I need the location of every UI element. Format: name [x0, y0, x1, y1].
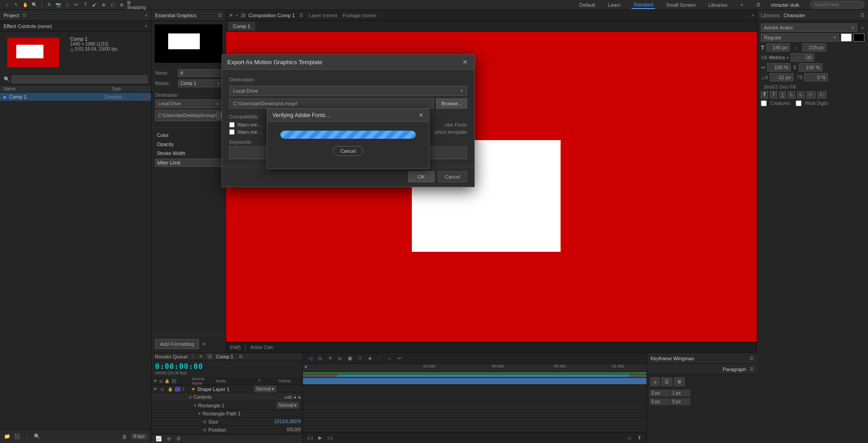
- delete-item-icon[interactable]: 🗑: [121, 433, 128, 440]
- char-italic-btn[interactable]: T: [770, 91, 777, 99]
- timeline-rect1-row[interactable]: ▾ Rectangle 1 Normal ▾: [151, 401, 302, 410]
- tl-toolbar-icon2[interactable]: ◎: [316, 355, 324, 362]
- prop-stroke-width[interactable]: Stroke Width: [155, 150, 222, 157]
- char-tracking-input[interactable]: [791, 53, 814, 61]
- char-bold-btn[interactable]: T: [761, 91, 768, 99]
- zoom-icon[interactable]: 🔍: [31, 1, 38, 9]
- timeline-graph-icon[interactable]: 📈: [155, 435, 162, 443]
- align-center-btn[interactable]: ☰: [661, 377, 672, 386]
- workspace-default[interactable]: Default: [578, 1, 597, 9]
- prop-color[interactable]: Color: [155, 132, 222, 139]
- char-swatch-black[interactable]: [854, 33, 864, 42]
- transport-play-icon[interactable]: ▶: [316, 434, 324, 442]
- cursor-icon[interactable]: ↖: [13, 1, 20, 9]
- tl-toolbar-icon5[interactable]: ▣: [346, 355, 354, 362]
- char-sub-btn[interactable]: T↓: [817, 91, 826, 99]
- export-warn1-checkbox[interactable]: [229, 122, 235, 127]
- hand-icon[interactable]: ✋: [22, 1, 29, 9]
- timeline-comp-tab[interactable]: Comp 1: [216, 354, 234, 359]
- add-formatting-button[interactable]: Add Formatting: [155, 339, 199, 349]
- char-under-btn[interactable]: T: [779, 91, 786, 99]
- export-warn2-checkbox[interactable]: [229, 129, 235, 135]
- char-sup-btn[interactable]: T↑: [807, 91, 816, 99]
- comp-tab-comp1[interactable]: Comp 1: [228, 22, 255, 31]
- transport-forward-icon[interactable]: ▷|: [326, 434, 334, 442]
- workspace-menu-icon[interactable]: ☰: [755, 1, 762, 9]
- char-font-name[interactable]: Adobe Arabic ▾: [761, 24, 857, 32]
- libraries-tab[interactable]: Libraries: [761, 13, 780, 18]
- camera-icon[interactable]: 📷: [55, 1, 62, 9]
- layer1-solo-icon[interactable]: ◎: [160, 387, 166, 391]
- timeline-position-row[interactable]: ⊙ Position 0/0,0/0: [151, 426, 302, 434]
- puppet-icon[interactable]: ⊛: [118, 1, 125, 9]
- tl-toolbar-icon8[interactable]: ⋰: [376, 355, 383, 362]
- new-comp-icon[interactable]: ⬛: [14, 433, 21, 440]
- project-panel-expand-icon[interactable]: »: [145, 13, 147, 18]
- char-tracking-pct-input[interactable]: [804, 73, 828, 81]
- brush-icon[interactable]: 🖌: [91, 1, 98, 9]
- text-icon[interactable]: T: [82, 1, 89, 9]
- export-modal-close-icon[interactable]: ✕: [462, 58, 469, 66]
- space-before[interactable]: [650, 398, 670, 405]
- timeline-motion-icon[interactable]: ⊕: [165, 435, 172, 443]
- stamp-icon[interactable]: ⊕: [100, 1, 107, 9]
- search-project-icon[interactable]: 🔍: [33, 433, 41, 440]
- project-item-comp1[interactable]: ▶ Comp 1 Composi… ⬛: [0, 93, 151, 101]
- workspace-smallscreen[interactable]: Small Screen: [664, 1, 697, 9]
- export-browse-button[interactable]: Browse...: [436, 99, 467, 108]
- timeline-contents-row[interactable]: ▾ Contents Add: ● ●: [151, 393, 302, 401]
- workspace-standard[interactable]: Standard: [632, 1, 656, 9]
- track-layer1-fill[interactable]: [303, 378, 646, 384]
- char-faux-bold-btn[interactable]: fₓ: [788, 91, 796, 99]
- snapping-icon[interactable]: ⊞ Snapping: [133, 1, 140, 9]
- eg-dest-dropdown[interactable]: Local Drive ▾: [155, 99, 222, 108]
- char-scale-v-input[interactable]: [799, 63, 822, 71]
- size-value[interactable]: 1012/0,382/9: [274, 419, 301, 424]
- layer1-lock-icon[interactable]: 🔒: [168, 387, 173, 391]
- eg-master-value[interactable]: Comp 1 ▾: [178, 80, 222, 87]
- char-scale-h-input[interactable]: [767, 63, 791, 71]
- comp-tab-name[interactable]: Composition Comp 1: [249, 13, 295, 18]
- layer1-mode-dropdown[interactable]: Normal ▾: [254, 386, 276, 392]
- char-font-check-icon[interactable]: ✓: [861, 25, 864, 30]
- char-baseline-input[interactable]: [770, 73, 793, 81]
- add-dot-icon[interactable]: ●: [298, 395, 301, 400]
- project-search-input[interactable]: [12, 75, 147, 83]
- transport-marker-icon[interactable]: ◇: [626, 434, 633, 442]
- workspace-libraries[interactable]: Libraries: [707, 1, 729, 9]
- tl-toolbar-icon7[interactable]: ◈: [366, 355, 373, 362]
- tl-toolbar-icon10[interactable]: ↩: [396, 355, 403, 362]
- rotate-icon[interactable]: ↻: [46, 1, 53, 9]
- help-search-input[interactable]: [810, 1, 864, 9]
- char-line-height-input[interactable]: [802, 43, 826, 52]
- shape-icon[interactable]: □: [64, 1, 71, 9]
- timeline-settings-icon[interactable]: ⚙: [175, 435, 182, 443]
- add-formatting-close-icon[interactable]: ✕: [202, 341, 206, 347]
- prop-opacity[interactable]: Opacity: [155, 141, 222, 148]
- home-icon[interactable]: ⌂: [4, 1, 11, 9]
- align-right-btn[interactable]: ≣: [674, 377, 684, 386]
- timecode-display[interactable]: 0:00:00:00: [155, 362, 299, 371]
- timeline-comp-menu[interactable]: ☰: [239, 354, 243, 359]
- indent-first-line[interactable]: [650, 390, 670, 396]
- right-panel-menu-icon[interactable]: ☰: [860, 13, 864, 18]
- hindi-digits-checkbox[interactable]: [796, 100, 802, 106]
- pen-icon[interactable]: ✏: [73, 1, 80, 9]
- transport-expand-icon[interactable]: ⬆: [636, 434, 643, 442]
- char-swatch-white[interactable]: [841, 33, 852, 42]
- project-panel-menu-icon[interactable]: ☰: [23, 13, 26, 18]
- eg-menu-icon[interactable]: ☰: [218, 13, 222, 18]
- align-left-btn[interactable]: ≡: [651, 377, 660, 386]
- tl-toolbar-icon9[interactable]: ↔: [386, 355, 393, 362]
- rect1-mode-dropdown[interactable]: Normal ▾: [277, 402, 299, 409]
- import-icon[interactable]: ↓: [24, 433, 31, 440]
- tl-toolbar-icon3[interactable]: ✕: [326, 355, 334, 362]
- tl-toolbar-icon4[interactable]: fx: [336, 355, 344, 362]
- eg-name-value[interactable]: d: [178, 69, 222, 77]
- char-style-dropdown[interactable]: Regular ▾: [761, 33, 839, 42]
- export-cancel-button[interactable]: Cancel: [438, 171, 467, 182]
- new-folder-icon[interactable]: 📁: [4, 433, 11, 440]
- character-tab[interactable]: Character: [783, 13, 805, 18]
- tl-toolbar-icon6[interactable]: ▽: [356, 355, 363, 362]
- comp-panel-expand-icon[interactable]: »: [751, 13, 754, 18]
